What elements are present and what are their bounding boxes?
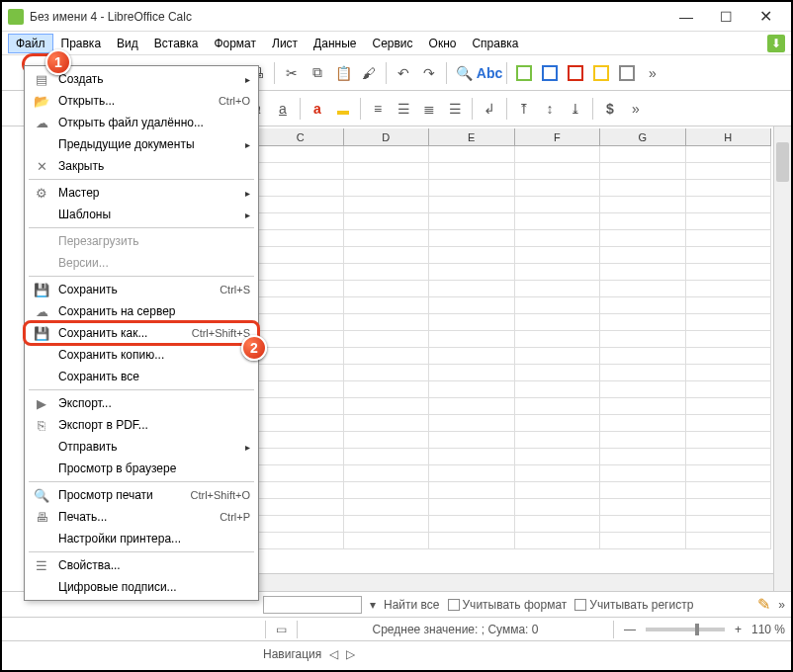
nav-next-icon[interactable]: ▷ <box>346 647 355 661</box>
menu-item-label: Перезагрузить <box>58 234 250 248</box>
file-menu-item[interactable]: ✕Закрыть <box>25 155 258 177</box>
file-menu-item[interactable]: Сохранить копию... <box>25 344 258 366</box>
update-icon[interactable]: ⬇ <box>767 35 785 52</box>
cell-style-4-icon[interactable] <box>589 61 613 85</box>
align-right-icon[interactable]: ≣ <box>417 97 441 121</box>
clone-format-icon[interactable]: 🖌 <box>357 61 381 85</box>
column-header[interactable]: D <box>344 128 430 145</box>
menu-sheet[interactable]: Лист <box>264 34 306 53</box>
menu-item-label: Сохранить как... <box>58 326 186 340</box>
toolbar-more-icon[interactable]: » <box>641 61 664 85</box>
file-menu-item[interactable]: ☰Свойства... <box>25 554 258 576</box>
file-menu-item[interactable]: Сохранить все <box>25 366 258 387</box>
spellcheck-icon[interactable]: Abc <box>478 61 501 85</box>
file-menu-item[interactable]: ☁Сохранить на сервер <box>25 300 258 322</box>
cell-style-2-icon[interactable] <box>538 61 562 85</box>
menu-tools[interactable]: Сервис <box>364 34 420 53</box>
file-menu-item[interactable]: 💾Сохранить как...Ctrl+Shift+S <box>25 322 258 344</box>
file-menu-item[interactable]: ⎘Экспорт в PDF... <box>25 414 258 436</box>
menu-item-label: Просмотр в браузере <box>58 462 250 475</box>
vertical-scrollbar[interactable] <box>773 126 791 591</box>
file-menu-item[interactable]: Отправить▸ <box>25 436 258 458</box>
zoom-value[interactable]: 110 % <box>751 623 785 636</box>
menu-item-label: Открыть файл удалённо... <box>58 116 250 129</box>
file-menu-item[interactable]: 📂Открыть...Ctrl+O <box>25 90 258 112</box>
file-menu-item[interactable]: Предыдущие документы▸ <box>25 133 258 155</box>
nav-label: Навигация <box>263 647 321 661</box>
navigation-bar: Навигация ◁ ▷ <box>2 640 791 666</box>
horizontal-scrollbar[interactable] <box>258 573 773 591</box>
currency-icon[interactable]: $ <box>598 97 622 121</box>
paste-icon[interactable]: 📋 <box>331 61 355 85</box>
align-justify-icon[interactable]: ☰ <box>443 97 467 121</box>
grid[interactable] <box>258 146 771 571</box>
match-format-checkbox[interactable] <box>448 599 460 611</box>
search-icon[interactable]: 🔍 <box>452 61 476 85</box>
find-close-icon[interactable]: ✎ <box>757 595 770 614</box>
minimize-button[interactable]: — <box>666 3 706 31</box>
cell-style-3-icon[interactable] <box>564 61 587 85</box>
highlight-color-icon[interactable] <box>331 97 355 121</box>
menu-view[interactable]: Вид <box>109 34 146 53</box>
svg-rect-5 <box>337 111 349 115</box>
zoom-in-icon[interactable]: + <box>735 623 742 636</box>
match-case-checkbox[interactable] <box>574 599 586 611</box>
menu-data[interactable]: Данные <box>306 34 364 53</box>
menu-window[interactable]: Окно <box>421 34 465 53</box>
titlebar: Без имени 4 - LibreOffice Calc — ☐ ✕ <box>2 2 791 32</box>
column-header[interactable]: F <box>515 128 601 145</box>
file-menu-item[interactable]: 💾СохранитьCtrl+S <box>25 279 258 300</box>
status-summary: Среднее значение: ; Сумма: 0 <box>308 623 603 636</box>
menu-format[interactable]: Формат <box>206 34 264 53</box>
find-all-label[interactable]: Найти все <box>384 598 440 612</box>
window-title: Без имени 4 - LibreOffice Calc <box>30 10 666 24</box>
menu-file[interactable]: Файл <box>8 34 53 53</box>
cut-icon[interactable]: ✂ <box>280 61 304 85</box>
zoom-out-icon[interactable]: — <box>624 623 636 636</box>
column-header[interactable]: C <box>258 128 344 145</box>
file-menu-item[interactable]: ▶Экспорт... <box>25 392 258 414</box>
arrow-down-icon[interactable]: ▾ <box>370 598 376 612</box>
cell-style-5-icon[interactable] <box>615 61 639 85</box>
column-header[interactable]: E <box>429 128 515 145</box>
font-color-icon[interactable]: a <box>306 97 329 121</box>
cell-style-1-icon[interactable] <box>512 61 536 85</box>
props-icon: ☰ <box>33 557 50 573</box>
align-left-icon[interactable]: ≡ <box>366 97 390 121</box>
file-menu-item[interactable]: 🖶Печать...Ctrl+P <box>25 506 258 528</box>
valign-middle-icon[interactable]: ↕ <box>538 97 562 121</box>
file-menu-item[interactable]: 🔍Просмотр печатиCtrl+Shift+O <box>25 484 258 506</box>
nav-prev-icon[interactable]: ◁ <box>329 647 338 661</box>
file-menu-item[interactable]: Шаблоны▸ <box>25 204 258 225</box>
toolbar2-more-icon[interactable]: » <box>624 97 648 121</box>
file-menu-item[interactable]: ⚙Мастер▸ <box>25 182 258 204</box>
zoom-slider[interactable] <box>646 628 725 631</box>
maximize-button[interactable]: ☐ <box>706 3 746 31</box>
valign-top-icon[interactable]: ⤒ <box>512 97 536 121</box>
underline-icon[interactable]: a <box>271 97 295 121</box>
menu-insert[interactable]: Вставка <box>146 34 207 53</box>
copy-icon[interactable]: ⧉ <box>306 61 329 85</box>
undo-icon[interactable]: ↶ <box>392 61 415 85</box>
file-menu-item[interactable]: ☁Открыть файл удалённо... <box>25 112 258 133</box>
file-menu-item[interactable]: Просмотр в браузере <box>25 458 258 479</box>
column-header[interactable]: G <box>600 128 686 145</box>
align-center-icon[interactable]: ☰ <box>392 97 415 121</box>
menu-item-label: Закрыть <box>58 159 250 173</box>
column-header[interactable]: H <box>686 128 772 145</box>
preview-icon: 🔍 <box>33 487 50 503</box>
menu-help[interactable]: Справка <box>464 34 526 53</box>
findbar-more-icon[interactable]: » <box>778 598 785 612</box>
save-as-icon: 💾 <box>33 325 50 341</box>
match-case-label: Учитывать регистр <box>589 598 693 612</box>
redo-icon[interactable]: ↷ <box>417 61 441 85</box>
close-button[interactable]: ✕ <box>746 3 785 31</box>
blank-icon <box>33 531 50 546</box>
insert-mode-icon[interactable]: ▭ <box>276 623 287 636</box>
wrap-text-icon[interactable]: ↲ <box>478 97 501 121</box>
file-menu-item[interactable]: Цифровые подписи... <box>25 576 258 598</box>
valign-bottom-icon[interactable]: ⤓ <box>564 97 587 121</box>
find-dropdown[interactable] <box>263 596 362 614</box>
file-menu-item: Версии... <box>25 252 258 274</box>
file-menu-item[interactable]: Настройки принтера... <box>25 528 258 549</box>
